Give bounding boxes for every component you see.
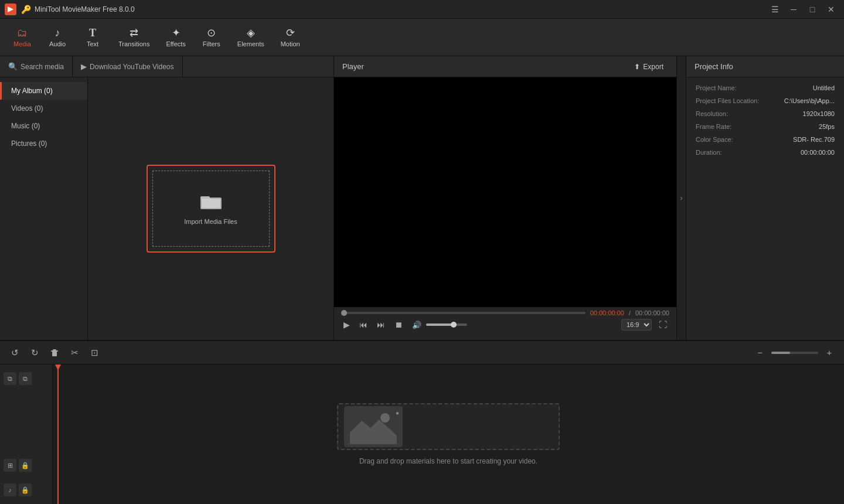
- zoom-track[interactable]: [771, 352, 818, 354]
- crop-button[interactable]: ⊡: [86, 344, 103, 362]
- info-row-duration: Duration: 00:00:00:00: [696, 149, 835, 156]
- paste-track-button[interactable]: ⧉: [19, 372, 32, 385]
- info-label-framerate: Frame Rate:: [696, 123, 731, 130]
- search-media-label: Search media: [21, 63, 64, 71]
- sidebar-item-my-album[interactable]: My Album (0): [0, 82, 87, 100]
- chevron-left-icon: ›: [680, 194, 683, 202]
- media-area: Import Media Files: [88, 77, 333, 340]
- maximize-button[interactable]: □: [804, 1, 821, 18]
- sidebar-item-pictures[interactable]: Pictures (0): [0, 135, 87, 152]
- info-row-name: Project Name: Untitled: [696, 84, 835, 91]
- player-controls: 00:00:00:00 / 00:00:00:00 ▶ ⏮ ⏭ ⏹ 🔊: [334, 307, 676, 340]
- redo-button[interactable]: ↻: [26, 344, 43, 362]
- player-project: Player ⬆ Export 00:00:00:00 / 00:00:00:: [334, 56, 844, 340]
- drop-area: Drag and drop materials here to start cr…: [249, 403, 648, 465]
- drop-placeholder[interactable]: [337, 403, 560, 450]
- time-total: 00:00:00:00: [635, 309, 669, 316]
- volume-control[interactable]: 🔊: [410, 319, 467, 331]
- close-button[interactable]: ✕: [823, 1, 839, 18]
- info-row-colorspace: Color Space: SDR- Rec.709: [696, 136, 835, 143]
- info-label-resolution: Resolution:: [696, 110, 728, 117]
- project-info-panel: Project Info Project Name: Untitled Proj…: [686, 56, 844, 340]
- fullscreen-button[interactable]: ⛶: [656, 319, 669, 331]
- project-info-title: Project Info: [695, 62, 733, 71]
- toolbar-item-filters[interactable]: ⊙ Filters: [194, 24, 229, 51]
- timeline-track-controls: ⧉ ⧉ ⊞ 🔒 ♪ 🔒: [0, 365, 53, 504]
- info-value-resolution: 1920x1080: [803, 110, 835, 117]
- hamburger-button[interactable]: ☰: [767, 1, 783, 18]
- skip-back-button[interactable]: ⏮: [357, 319, 370, 331]
- audio-lock-button[interactable]: 🔒: [19, 483, 32, 496]
- play-button[interactable]: ▶: [341, 319, 352, 331]
- import-inner: Import Media Files: [152, 171, 270, 247]
- toolbar-item-effects[interactable]: ✦ Effects: [158, 24, 193, 51]
- info-label-name: Project Name:: [696, 84, 737, 91]
- zoom-out-button[interactable]: −: [751, 344, 769, 362]
- transitions-label: Transitions: [118, 40, 149, 47]
- player-header: Player ⬆ Export: [334, 56, 676, 77]
- panel-collapse-button[interactable]: ›: [676, 56, 686, 340]
- stop-button[interactable]: ⏹: [392, 319, 405, 331]
- youtube-icon: ▶: [81, 62, 87, 71]
- progress-track[interactable]: [341, 312, 586, 314]
- zoom-fill: [771, 352, 790, 354]
- volume-track[interactable]: [426, 323, 467, 326]
- sidebar-item-videos[interactable]: Videos (0): [0, 100, 87, 117]
- info-row-location: Project Files Location: C:\Users\bj\App.…: [696, 97, 835, 104]
- project-info-header: Project Info: [686, 56, 844, 77]
- control-buttons: ▶ ⏮ ⏭ ⏹ 🔊 16:9 4:3: [341, 319, 669, 331]
- export-button[interactable]: ⬆ Export: [629, 60, 668, 73]
- right-section: Player ⬆ Export 00:00:00:00 / 00:00:00:: [334, 56, 844, 340]
- undo-button[interactable]: ↺: [6, 344, 23, 362]
- subtitle-add-button[interactable]: ⊞: [4, 459, 16, 472]
- import-media-box[interactable]: Import Media Files: [147, 165, 275, 253]
- text-icon: T: [89, 28, 96, 38]
- toolbar-item-transitions[interactable]: ⇄ Transitions: [110, 24, 158, 51]
- search-media-button[interactable]: 🔍 Search media: [0, 56, 73, 77]
- progress-thumb: [341, 310, 347, 316]
- toolbar-item-text[interactable]: T Text: [75, 24, 110, 51]
- filters-icon: ⊙: [207, 28, 216, 38]
- cut-button[interactable]: ✂: [66, 344, 83, 362]
- import-label: Import Media Files: [184, 218, 237, 225]
- progress-bar[interactable]: 00:00:00:00 / 00:00:00:00: [341, 309, 669, 316]
- subtitle-lock-button[interactable]: 🔒: [19, 459, 32, 472]
- timeline-main[interactable]: Drag and drop materials here to start cr…: [53, 365, 844, 504]
- toolbar-item-motion[interactable]: ⟳ Motion: [273, 24, 308, 51]
- audio-icon: ♪: [55, 28, 60, 38]
- media-content: My Album (0) Videos (0) Music (0) Pictur…: [0, 77, 333, 340]
- info-value-duration: 00:00:00:00: [801, 149, 835, 156]
- aspect-ratio-select[interactable]: 16:9 4:3 1:1 9:16: [621, 319, 652, 331]
- timeline-playhead: [57, 365, 59, 504]
- copy-track-button[interactable]: ⧉: [4, 372, 16, 385]
- info-row-resolution: Resolution: 1920x1080: [696, 110, 835, 117]
- toolbar-item-audio[interactable]: ♪ Audio: [40, 24, 75, 51]
- info-value-name: Untitled: [813, 84, 835, 91]
- video-area: [334, 77, 676, 307]
- drop-image-icon: [344, 406, 403, 447]
- toolbar-item-elements[interactable]: ◈ Elements: [229, 24, 273, 51]
- audio-note-button[interactable]: ♪: [4, 483, 16, 496]
- sidebar-item-music[interactable]: Music (0): [0, 117, 87, 135]
- time-current: 00:00:00:00: [590, 309, 624, 316]
- download-youtube-button[interactable]: ▶ Download YouTube Videos: [73, 56, 182, 77]
- toolbar: 🗂 Media ♪ Audio T Text ⇄ Transitions ✦ E…: [0, 19, 844, 56]
- minimize-button[interactable]: ─: [785, 1, 802, 18]
- toolbar-item-media[interactable]: 🗂 Media: [5, 24, 40, 51]
- zoom-controls: − +: [751, 344, 838, 362]
- zoom-in-button[interactable]: +: [821, 344, 838, 362]
- skip-forward-button[interactable]: ⏭: [375, 319, 387, 331]
- delete-button[interactable]: [46, 344, 63, 362]
- motion-label: Motion: [281, 40, 300, 47]
- svg-rect-4: [52, 352, 57, 356]
- info-row-framerate: Frame Rate: 25fps: [696, 123, 835, 130]
- effects-label: Effects: [166, 40, 185, 47]
- app-logo: [5, 4, 16, 15]
- media-label: Media: [13, 40, 31, 47]
- search-icon: 🔍: [8, 62, 18, 71]
- audio-label: Audio: [49, 40, 66, 47]
- time-separator: /: [629, 309, 631, 316]
- effects-icon: ✦: [172, 28, 181, 38]
- drop-label: Drag and drop materials here to start cr…: [359, 457, 537, 465]
- media-subnav: 🔍 Search media ▶ Download YouTube Videos: [0, 56, 333, 77]
